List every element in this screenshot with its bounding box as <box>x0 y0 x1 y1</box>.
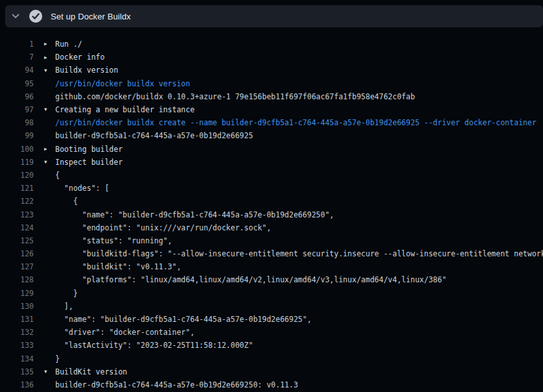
log-text: Inspect builder <box>55 158 123 167</box>
line-number[interactable]: 127 <box>0 262 34 271</box>
log-text: "platforms": "linux/amd64,linux/amd64/v2… <box>55 275 446 284</box>
line-number[interactable]: 119 <box>0 158 34 167</box>
line-number[interactable]: 136 <box>0 380 34 389</box>
step-header[interactable]: Set up Docker Buildx <box>5 5 543 27</box>
log-text: "buildkit": "v0.11.3", <box>55 262 181 271</box>
line-number[interactable]: 122 <box>0 197 34 206</box>
log-text: builder-d9cfb5a1-c764-445a-a57e-0b19d2e6… <box>55 131 253 140</box>
line-number[interactable]: 100 <box>0 145 34 154</box>
line-number[interactable]: 134 <box>0 354 34 363</box>
log-text: "driver": "docker-container", <box>55 328 195 337</box>
group-toggle-icon[interactable]: ▼ <box>44 160 55 165</box>
line-number[interactable]: 135 <box>0 367 34 376</box>
log-text: Booting builder <box>55 145 123 154</box>
success-check-icon <box>29 10 42 23</box>
log-line[interactable]: 135 ▼ BuildKit version <box>0 365 543 378</box>
group-toggle-icon[interactable]: ▼ <box>44 369 55 374</box>
line-number[interactable]: 98 <box>0 118 34 127</box>
log-text: github.com/docker/buildx 0.10.3+azure-1 … <box>55 92 415 101</box>
line-number[interactable]: 95 <box>0 79 34 88</box>
log-text: "endpoint": "unix:///var/run/docker.sock… <box>55 223 271 232</box>
log-line: 98 /usr/bin/docker buildx create --name … <box>0 116 543 129</box>
log-text: /usr/bin/docker buildx version <box>55 79 190 88</box>
log-line: 126 "buildkitd-flags": "--allow-insecure… <box>0 247 543 260</box>
step-title: Set up Docker Buildx <box>51 12 131 21</box>
log-text: builder-d9cfb5a1-c764-445a-a57e-0b19d2e6… <box>55 380 298 389</box>
log-line[interactable]: 119 ▼ Inspect builder <box>0 156 543 169</box>
line-number[interactable]: 131 <box>0 315 34 324</box>
line-number[interactable]: 130 <box>0 302 34 311</box>
line-number[interactable]: 7 <box>0 53 34 62</box>
line-number[interactable]: 99 <box>0 131 34 140</box>
log-line[interactable]: 100 ▶ Booting builder <box>0 143 543 156</box>
log-text: { <box>55 197 78 206</box>
line-number[interactable]: 1 <box>0 40 34 49</box>
log-line: 123 "name": "builder-d9cfb5a1-c764-445a-… <box>0 208 543 221</box>
line-number[interactable]: 97 <box>0 105 34 114</box>
log-area: 1 ▶ Run ./ 7 ▶ Docker info 94 ▼ Buildx v… <box>0 38 543 391</box>
group-toggle-icon[interactable]: ▶ <box>44 147 55 152</box>
line-number[interactable]: 94 <box>0 66 34 75</box>
log-line: 134 } <box>0 352 543 365</box>
log-text: ], <box>55 302 73 311</box>
group-toggle-icon[interactable]: ▶ <box>44 42 55 47</box>
line-number[interactable]: 128 <box>0 275 34 284</box>
log-line[interactable]: 97 ▼ Creating a new builder instance <box>0 103 543 116</box>
group-toggle-icon[interactable]: ▼ <box>44 68 55 73</box>
log-text: "buildkitd-flags": "--allow-insecure-ent… <box>55 249 543 258</box>
line-number[interactable]: 120 <box>0 171 34 180</box>
log-text: Creating a new builder instance <box>55 105 195 114</box>
log-text: "lastActivity": "2023-02-25T11:58:12.000… <box>55 341 253 350</box>
line-number[interactable]: 125 <box>0 236 34 245</box>
log-text: "name": "builder-d9cfb5a1-c764-445a-a57e… <box>55 210 334 219</box>
log-text: "name": "builder-d9cfb5a1-c764-445a-a57e… <box>55 315 312 324</box>
log-line: 120 { <box>0 169 543 182</box>
line-number[interactable]: 124 <box>0 223 34 232</box>
log-text: } <box>55 289 78 298</box>
line-number[interactable]: 126 <box>0 249 34 258</box>
log-line: 122 { <box>0 195 543 208</box>
line-number[interactable]: 121 <box>0 184 34 193</box>
log-line: 129 } <box>0 287 543 300</box>
group-toggle-icon[interactable]: ▶ <box>44 55 55 60</box>
log-line: 121 "nodes": [ <box>0 182 543 195</box>
log-text: } <box>55 354 60 363</box>
log-line: 128 "platforms": "linux/amd64,linux/amd6… <box>0 273 543 286</box>
log-line: 124 "endpoint": "unix:///var/run/docker.… <box>0 221 543 234</box>
log-text: Docker info <box>55 53 105 62</box>
log-text: /usr/bin/docker buildx create --name bui… <box>55 118 537 127</box>
log-line[interactable]: 7 ▶ Docker info <box>0 51 543 64</box>
log-line: 132 "driver": "docker-container", <box>0 326 543 339</box>
chevron-down-icon[interactable] <box>11 12 20 21</box>
log-text: "nodes": [ <box>55 184 109 193</box>
log-line: 95 /usr/bin/docker buildx version <box>0 77 543 90</box>
log-text: BuildKit version <box>55 367 127 376</box>
log-text: Run ./ <box>55 40 82 49</box>
log-text: { <box>55 171 60 180</box>
line-number[interactable]: 133 <box>0 341 34 350</box>
log-line: 125 "status": "running", <box>0 234 543 247</box>
log-line[interactable]: 94 ▼ Buildx version <box>0 64 543 77</box>
line-number[interactable]: 123 <box>0 210 34 219</box>
log-line: 99 builder-d9cfb5a1-c764-445a-a57e-0b19d… <box>0 129 543 142</box>
log-line: 136 builder-d9cfb5a1-c764-445a-a57e-0b19… <box>0 378 543 391</box>
log-text: Buildx version <box>55 66 118 75</box>
group-toggle-icon[interactable]: ▼ <box>44 107 55 112</box>
log-line[interactable]: 1 ▶ Run ./ <box>0 38 543 51</box>
log-line: 133 "lastActivity": "2023-02-25T11:58:12… <box>0 339 543 352</box>
line-number[interactable]: 132 <box>0 328 34 337</box>
log-line: 96 github.com/docker/buildx 0.10.3+azure… <box>0 90 543 103</box>
actions-log-viewer: Set up Docker Buildx 1 ▶ Run ./ 7 ▶ Dock… <box>0 0 543 392</box>
line-number[interactable]: 129 <box>0 289 34 298</box>
log-line: 127 "buildkit": "v0.11.3", <box>0 260 543 273</box>
log-line: 131 "name": "builder-d9cfb5a1-c764-445a-… <box>0 313 543 326</box>
log-line: 130 ], <box>0 300 543 313</box>
line-number[interactable]: 96 <box>0 92 34 101</box>
log-text: "status": "running", <box>55 236 172 245</box>
